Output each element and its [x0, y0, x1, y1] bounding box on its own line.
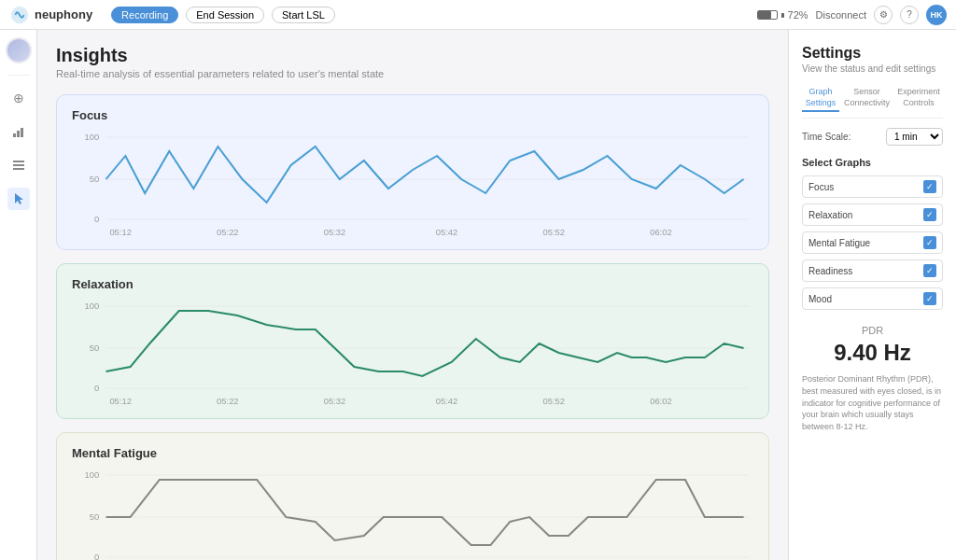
mental-fatigue-chart-container: 100 50 0 05:12 05:22 05:32 05:42 05:52 0…	[72, 466, 753, 560]
svg-text:05:42: 05:42	[436, 397, 457, 406]
sidebar-icon-cursor[interactable]	[7, 188, 30, 210]
svg-rect-2	[17, 131, 20, 137]
sidebar-divider	[7, 75, 30, 76]
pdr-section: PDR 9.40 Hz Posterior Dominant Rhythm (P…	[802, 325, 943, 432]
graph-mood-checkbox[interactable]	[923, 292, 936, 305]
svg-rect-3	[21, 128, 23, 137]
relaxation-chart-card: Relaxation 100 50 0 05:12 05:22 05:32 05…	[56, 263, 769, 419]
svg-rect-6	[13, 168, 24, 170]
logo-icon	[9, 5, 30, 25]
battery-bar	[757, 10, 778, 20]
relaxation-chart-title: Relaxation	[72, 277, 753, 291]
settings-subtitle: View the status and edit settings	[802, 63, 943, 74]
focus-chart-card: Focus 100 50 0 05:12 05:22 05:	[56, 94, 769, 250]
mental-fatigue-chart-title: Mental Fatigue	[72, 446, 753, 460]
svg-text:100: 100	[85, 133, 100, 142]
svg-text:05:32: 05:32	[324, 397, 345, 406]
svg-text:0: 0	[94, 384, 99, 393]
svg-rect-1	[13, 133, 16, 137]
relaxation-chart-container: 100 50 0 05:12 05:22 05:32 05:42 05:52 0…	[72, 297, 753, 409]
graph-mental-fatigue-checkbox[interactable]	[923, 236, 936, 249]
sidebar: ⊕	[0, 30, 37, 560]
time-scale-row: Time Scale: 1 min 5 min 10 min	[802, 128, 943, 146]
user-avatar[interactable]: HK	[926, 5, 947, 25]
tab-graph-settings[interactable]: Graph Settings	[802, 85, 839, 112]
logo-text: neuphony	[35, 7, 92, 21]
svg-text:05:22: 05:22	[217, 228, 238, 237]
battery-info: 72%	[757, 9, 808, 21]
focus-chart-container: 100 50 0 05:12 05:22 05:32 05:42 05:52 0…	[72, 128, 753, 240]
svg-text:0: 0	[94, 215, 99, 224]
svg-text:05:42: 05:42	[436, 228, 457, 237]
recording-button[interactable]: Recording	[111, 7, 178, 23]
graph-item-mental-fatigue[interactable]: Mental Fatigue	[802, 231, 943, 254]
graph-relaxation-checkbox[interactable]	[923, 208, 936, 221]
sidebar-icon-list[interactable]	[7, 154, 30, 176]
focus-chart-title: Focus	[72, 108, 753, 122]
settings-panel: Settings View the status and edit settin…	[788, 30, 956, 560]
time-scale-label: Time Scale:	[802, 132, 851, 142]
graph-focus-label: Focus	[808, 182, 834, 192]
pdr-description: Posterior Dominant Rhythm (PDR), best me…	[802, 373, 943, 432]
graph-item-mood[interactable]: Mood	[802, 287, 943, 310]
start-lsl-button[interactable]: Start LSL	[272, 7, 335, 23]
svg-text:06:02: 06:02	[650, 397, 671, 406]
end-session-button[interactable]: End Session	[186, 7, 264, 23]
insights-panel: Insights Real-time analysis of essential…	[37, 30, 788, 560]
svg-text:50: 50	[90, 343, 99, 353]
content-area: Insights Real-time analysis of essential…	[37, 30, 956, 560]
mental-fatigue-chart-card: Mental Fatigue 100 50 0 05:12 05:22 05:3…	[56, 432, 769, 560]
svg-text:05:22: 05:22	[217, 397, 238, 406]
svg-text:05:52: 05:52	[542, 228, 564, 237]
svg-rect-4	[13, 161, 24, 162]
sidebar-icon-add[interactable]: ⊕	[7, 87, 30, 109]
tab-sensor-connectivity[interactable]: Sensor Connectivity	[841, 85, 893, 112]
help-icon[interactable]: ?	[900, 6, 919, 24]
svg-text:50: 50	[90, 512, 99, 522]
page-title: Insights	[56, 45, 769, 66]
disconnect-button[interactable]: Disconnect	[816, 9, 866, 21]
settings-tabs: Graph Settings Sensor Connectivity Exper…	[802, 85, 943, 119]
svg-text:50: 50	[90, 175, 99, 184]
graph-item-relaxation[interactable]: Relaxation	[802, 203, 943, 226]
settings-icon[interactable]: ⚙	[874, 6, 893, 24]
battery-percent: 72%	[788, 9, 808, 21]
battery-tip	[781, 13, 784, 18]
graph-item-focus[interactable]: Focus	[802, 175, 943, 198]
select-graphs-title: Select Graphs	[802, 157, 943, 168]
graph-focus-checkbox[interactable]	[923, 180, 936, 193]
time-scale-select[interactable]: 1 min 5 min 10 min	[886, 128, 943, 146]
sidebar-avatar	[6, 37, 32, 63]
svg-text:100: 100	[85, 301, 100, 311]
tab-experiment-controls[interactable]: Experiment Controls	[894, 85, 943, 112]
page-subtitle: Real-time analysis of essential paramete…	[56, 68, 769, 79]
settings-title: Settings	[802, 45, 943, 62]
svg-text:100: 100	[85, 470, 100, 480]
graph-mental-fatigue-label: Mental Fatigue	[808, 238, 870, 248]
main-layout: ⊕ Insights Real-time analysis of essenti…	[0, 30, 956, 560]
sidebar-icon-data[interactable]	[7, 120, 30, 143]
svg-text:0: 0	[94, 553, 99, 560]
svg-text:06:02: 06:02	[650, 228, 671, 237]
svg-rect-5	[13, 164, 24, 166]
pdr-value: 9.40 Hz	[802, 340, 943, 366]
graph-item-readiness[interactable]: Readiness	[802, 259, 943, 282]
svg-text:05:12: 05:12	[109, 228, 131, 237]
graph-readiness-label: Readiness	[808, 266, 852, 276]
logo: neuphony	[9, 5, 92, 25]
svg-text:05:12: 05:12	[109, 397, 131, 406]
svg-text:05:32: 05:32	[324, 228, 345, 237]
graph-mood-label: Mood	[808, 294, 832, 304]
mental-fatigue-chart-svg: 100 50 0 05:12 05:22 05:32 05:42 05:52 0…	[72, 466, 753, 560]
graph-relaxation-label: Relaxation	[808, 210, 852, 220]
graph-readiness-checkbox[interactable]	[923, 264, 936, 277]
svg-text:05:52: 05:52	[542, 397, 564, 406]
topbar: neuphony Recording End Session Start LSL…	[0, 0, 956, 30]
focus-chart-svg: 100 50 0 05:12 05:22 05:32 05:42 05:52 0…	[72, 128, 753, 240]
pdr-label: PDR	[802, 325, 943, 336]
relaxation-chart-svg: 100 50 0 05:12 05:22 05:32 05:42 05:52 0…	[72, 297, 753, 409]
